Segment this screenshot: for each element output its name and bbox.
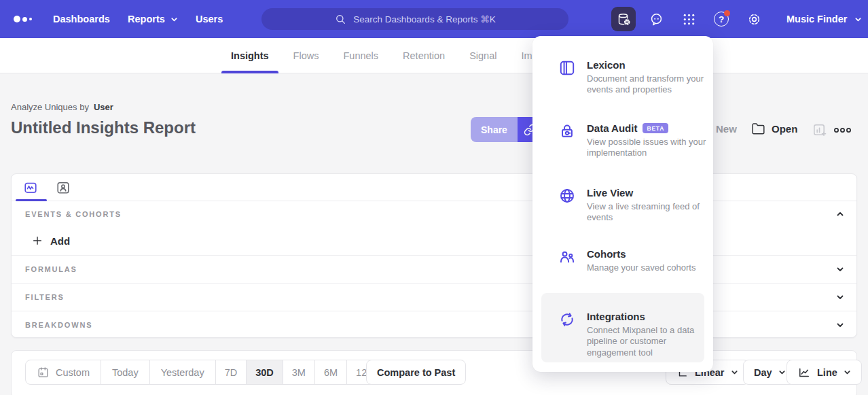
chart-add-icon [812, 122, 827, 138]
range-yesterday-label: Yesterday [161, 367, 204, 378]
nav-users[interactable]: Users [196, 0, 223, 38]
tab-events-view[interactable] [22, 179, 39, 196]
range-custom[interactable]: Custom [26, 360, 101, 384]
range-yesterday[interactable]: Yesterday [149, 360, 215, 384]
section-breakdowns[interactable]: BREAKDOWNS [12, 311, 856, 339]
tab-retention[interactable]: Retention [403, 38, 445, 73]
interval-label: Day [754, 367, 772, 378]
mixpanel-logo-icon[interactable] [14, 16, 32, 22]
menu-item-title: Integrations [587, 311, 708, 322]
section-formulas[interactable]: FORMULAS [12, 255, 856, 283]
menu-item-title: Lexicon [587, 59, 704, 71]
project-selector[interactable]: Music Finder [786, 0, 862, 38]
search-icon [334, 13, 347, 26]
menu-item-lexicon[interactable]: Lexicon Document and transform your even… [558, 59, 704, 96]
menu-item-live-view[interactable]: Live View View a live streaming feed of … [558, 187, 704, 224]
menu-item-description: View a live streaming feed of events [587, 201, 708, 224]
integrations-sync-icon [558, 311, 576, 328]
add-to-dashboard-button[interactable] [812, 122, 827, 138]
menu-item-title: Live View [587, 187, 708, 199]
range-30d[interactable]: 30D [246, 360, 283, 384]
active-tab-underline [16, 199, 47, 201]
section-filters[interactable]: FILTERS [12, 283, 856, 311]
menu-item-cohorts[interactable]: Cohorts Manage your saved cohorts [558, 248, 704, 273]
search-placeholder: Search Dashboards & Reports ⌘K [353, 14, 495, 24]
range-3m-label: 3M [292, 367, 306, 378]
compare-label: Compare to Past [377, 367, 455, 378]
chevron-down-icon [844, 368, 851, 376]
lock-audit-icon [558, 122, 576, 140]
query-builder-panel: EVENTS & COHORTS Add FORMULAS FILTERS BR… [11, 173, 857, 338]
open-label: Open [772, 123, 797, 135]
nav-users-label: Users [196, 14, 223, 24]
chevron-down-icon [170, 16, 178, 23]
help-button[interactable]: ? [709, 7, 734, 31]
globe-icon [558, 187, 576, 205]
events-add-row: Add [12, 226, 856, 255]
tab-signal[interactable]: Signal [469, 38, 496, 73]
menu-item-title: Data Audit BETA [587, 122, 717, 134]
menu-item-title-text: Data Audit [587, 122, 637, 134]
date-range-group: Custom Today Yesterday 7D 30D 3M 6M 12M [25, 360, 384, 385]
events-cohorts-header: EVENTS & COHORTS [25, 210, 122, 218]
breakdowns-header: BREAKDOWNS [25, 321, 92, 329]
range-6m[interactable]: 6M [314, 360, 346, 384]
range-7d[interactable]: 7D [215, 360, 247, 384]
open-report-button[interactable]: Open [751, 122, 797, 136]
tab-funnels[interactable]: Funnels [343, 38, 378, 73]
help-icon: ? [714, 12, 729, 27]
menu-item-integrations-content: Integrations Connect Mixpanel to a data … [558, 311, 704, 358]
chevron-down-icon [778, 368, 786, 376]
project-name: Music Finder [786, 14, 847, 24]
share-label: Share [481, 124, 507, 135]
range-today-label: Today [112, 367, 139, 378]
nav-dashboards[interactable]: Dashboards [53, 0, 110, 38]
tab-flows[interactable]: Flows [293, 38, 319, 73]
plus-icon [32, 235, 43, 246]
range-today[interactable]: Today [101, 360, 149, 384]
formulas-header: FORMULAS [25, 265, 77, 273]
date-controls-bar: Custom Today Yesterday 7D 30D 3M 6M 12M … [11, 350, 857, 395]
range-7d-label: 7D [225, 367, 238, 378]
settings-button[interactable] [742, 7, 766, 31]
analyze-entity-selector[interactable]: User [94, 102, 113, 112]
grid-dots-icon [681, 12, 697, 27]
nav-reports-label: Reports [128, 14, 165, 24]
cohorts-people-icon [558, 248, 576, 266]
menu-item-description: View possible issues with your implement… [587, 137, 717, 159]
page-title[interactable]: Untitled Insights Report [11, 118, 196, 137]
nav-dashboards-label: Dashboards [53, 14, 110, 24]
compare-to-past-button[interactable]: Compare to Past [366, 360, 466, 385]
menu-item-integrations[interactable]: Integrations Connect Mixpanel to a data … [541, 293, 704, 362]
chevron-up-icon [836, 210, 844, 218]
folder-icon [751, 122, 765, 136]
nav-reports[interactable]: Reports [128, 0, 178, 38]
analyze-line: Analyze Uniques by User [11, 102, 113, 112]
range-30d-label: 30D [255, 367, 274, 378]
add-label: Add [50, 235, 70, 247]
section-events-cohorts[interactable]: EVENTS & COHORTS [12, 201, 856, 226]
tab-profiles-view[interactable] [55, 179, 71, 196]
add-event-button[interactable]: Add [32, 235, 70, 247]
chat-bubble-icon [649, 12, 664, 27]
gear-icon [746, 12, 762, 27]
chevron-down-icon [854, 16, 862, 23]
data-management-dropdown: Lexicon Document and transform your even… [532, 36, 713, 372]
apps-grid-button[interactable] [676, 7, 701, 31]
report-tabbar: Insights Flows Funnels Retention Signal … [0, 38, 868, 73]
menu-item-data-audit[interactable]: Data Audit BETA View possible issues wit… [558, 122, 704, 159]
menu-item-description: Manage your saved cohorts [587, 262, 708, 273]
chevron-down-icon [731, 368, 738, 376]
data-management-button[interactable] [611, 7, 636, 31]
menu-item-title: Cohorts [587, 248, 708, 260]
chart-pulse-icon [23, 180, 38, 195]
share-button[interactable]: Share [471, 117, 518, 142]
chart-type-dropdown[interactable]: Line [786, 360, 862, 385]
range-3m[interactable]: 3M [283, 360, 314, 384]
chevron-down-icon [836, 321, 844, 329]
feedback-button[interactable] [644, 7, 668, 31]
notification-dot [724, 10, 730, 16]
more-options-button[interactable] [833, 126, 852, 135]
tab-insights[interactable]: Insights [231, 38, 269, 73]
search-input[interactable]: Search Dashboards & Reports ⌘K [261, 8, 568, 30]
